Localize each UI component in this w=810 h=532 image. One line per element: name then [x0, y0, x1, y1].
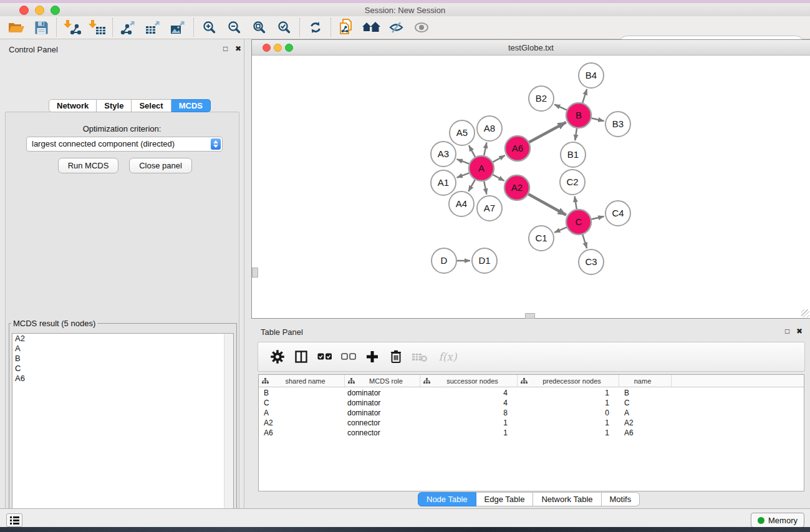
refresh-icon[interactable]	[303, 17, 328, 37]
cell-shared-name[interactable]: A6	[259, 428, 345, 438]
table-row-A2[interactable]: A2connector11A2	[259, 418, 804, 428]
edge-A-A7[interactable]	[484, 181, 486, 195]
cell-predecessor-nodes[interactable]: 1	[518, 388, 619, 398]
tab-mcds[interactable]: MCDS	[171, 99, 211, 112]
hide-details-icon[interactable]	[384, 17, 409, 37]
cell-name[interactable]: C	[619, 398, 672, 408]
cell-successor-nodes[interactable]: 1	[420, 428, 518, 438]
table-row-C[interactable]: Cdominator41C	[259, 398, 804, 408]
cell-successor-nodes[interactable]: 1	[420, 418, 518, 428]
edge-A-A1[interactable]	[457, 173, 470, 177]
select-all-checkboxes-icon[interactable]	[313, 346, 337, 368]
show-details-icon[interactable]	[409, 17, 434, 37]
clone-network-icon[interactable]	[334, 17, 359, 37]
cell-name[interactable]: A	[619, 408, 672, 418]
column-header-shared-name[interactable]: shared name	[259, 375, 345, 387]
tab-node-table[interactable]: Node Table	[418, 492, 476, 506]
mcds-result-item[interactable]: C	[12, 364, 233, 374]
zoom-fit-icon[interactable]	[247, 17, 272, 37]
open-session-icon[interactable]	[4, 17, 29, 37]
table-row-A[interactable]: Adominator80A	[259, 408, 804, 418]
float-panel-icon[interactable]: □	[785, 327, 789, 335]
cell-predecessor-nodes[interactable]: 0	[518, 408, 619, 418]
deselect-all-checkboxes-icon[interactable]	[337, 346, 360, 368]
tab-motifs[interactable]: Motifs	[602, 492, 640, 506]
tab-network[interactable]: Network	[49, 99, 97, 112]
column-header-MCDS-role[interactable]: MCDS role	[345, 375, 420, 387]
edge-B-B3[interactable]	[591, 118, 604, 121]
edge-A-A2[interactable]	[493, 175, 504, 181]
cell-predecessor-nodes[interactable]: 1	[518, 418, 619, 428]
cell-shared-name[interactable]: A	[259, 408, 345, 418]
home-icon[interactable]	[359, 17, 384, 37]
import-network-icon[interactable]	[60, 17, 85, 37]
column-layout-icon[interactable]	[289, 346, 313, 368]
column-header-predecessor-nodes[interactable]: predecessor nodes	[518, 375, 619, 387]
cell-MCDS-role[interactable]: dominator	[345, 408, 420, 418]
function-builder-icon[interactable]: f(x)	[432, 346, 464, 368]
optimization-criterion-select[interactable]: largest connected component (directed)	[26, 137, 223, 152]
window-edge-handle[interactable]	[252, 268, 258, 278]
add-column-icon[interactable]	[360, 346, 384, 368]
tab-edge-table[interactable]: Edge Table	[476, 492, 534, 506]
edge-B-B2[interactable]	[554, 104, 567, 110]
table-row-B[interactable]: Bdominator41B	[259, 388, 804, 398]
cell-name[interactable]: A6	[619, 428, 672, 438]
edge-B-B1[interactable]	[575, 128, 577, 140]
cell-successor-nodes[interactable]: 4	[420, 398, 518, 408]
cell-MCDS-role[interactable]: dominator	[345, 398, 420, 408]
export-network-icon[interactable]	[116, 17, 141, 37]
window-edge-handle[interactable]	[525, 313, 535, 319]
close-panel-icon[interactable]: ✖	[796, 327, 803, 335]
edge-A-A8[interactable]	[484, 143, 486, 156]
mcds-result-item[interactable]: B	[12, 354, 233, 364]
cell-shared-name[interactable]: C	[259, 398, 345, 408]
cell-successor-nodes[interactable]: 8	[420, 408, 518, 418]
edge-A2-C[interactable]	[528, 194, 566, 215]
float-panel-icon[interactable]: □	[223, 45, 228, 52]
edge-A-A4[interactable]	[468, 180, 475, 191]
edge-C-C2[interactable]	[575, 196, 577, 210]
tab-network-table[interactable]: Network Table	[533, 492, 601, 506]
memory-button[interactable]: Memory	[751, 513, 804, 528]
cell-name[interactable]: B	[619, 388, 672, 398]
export-table-icon[interactable]	[141, 17, 166, 37]
settings-gear-icon[interactable]	[266, 346, 289, 368]
edge-C-C1[interactable]	[554, 227, 567, 233]
cell-shared-name[interactable]: A2	[259, 418, 345, 428]
run-mcds-button[interactable]: Run MCDS	[58, 158, 118, 173]
mcds-result-item[interactable]: A2	[12, 334, 233, 344]
cell-predecessor-nodes[interactable]: 1	[518, 398, 619, 408]
column-header-name[interactable]: name	[619, 375, 672, 387]
mcds-result-item[interactable]: A6	[12, 374, 233, 384]
delete-column-icon[interactable]	[384, 346, 408, 368]
edge-A-A6[interactable]	[493, 155, 504, 162]
window-resize-grip[interactable]	[801, 309, 809, 317]
cell-MCDS-role[interactable]: connector	[345, 428, 420, 438]
tab-style[interactable]: Style	[97, 99, 132, 112]
import-table-icon[interactable]	[85, 17, 110, 37]
tab-select[interactable]: Select	[132, 99, 171, 112]
cell-shared-name[interactable]: B	[259, 388, 345, 398]
mcds-result-item[interactable]: A	[12, 344, 233, 354]
cell-predecessor-nodes[interactable]: 1	[518, 428, 619, 438]
zoom-selected-icon[interactable]	[272, 17, 297, 37]
edge-B-B4[interactable]	[582, 89, 587, 103]
table-row-A6[interactable]: A6connector11A6	[259, 428, 804, 438]
close-panel-icon[interactable]: ✖	[235, 45, 241, 52]
list-scrollbar[interactable]	[224, 334, 233, 531]
column-header-successor-nodes[interactable]: successor nodes	[420, 375, 518, 387]
task-history-button[interactable]	[6, 513, 22, 527]
delete-table-icon[interactable]	[408, 346, 432, 368]
edge-C-C3[interactable]	[582, 235, 587, 248]
cell-successor-nodes[interactable]: 4	[420, 388, 518, 398]
network-graph-canvas[interactable]: B4B2BB3A8A5A6A3B1AA1C2A2A4A7C4CC1C3DD1	[252, 56, 809, 317]
mcds-result-list[interactable]: A2ABCA6	[12, 333, 234, 532]
zoom-in-icon[interactable]	[197, 17, 222, 37]
zoom-out-icon[interactable]	[222, 17, 247, 37]
export-image-icon[interactable]	[166, 17, 191, 37]
edge-A-A5[interactable]	[469, 145, 475, 157]
cell-MCDS-role[interactable]: connector	[345, 418, 420, 428]
edge-A6-B[interactable]	[529, 122, 566, 142]
close-panel-button[interactable]: Close panel	[129, 158, 192, 173]
